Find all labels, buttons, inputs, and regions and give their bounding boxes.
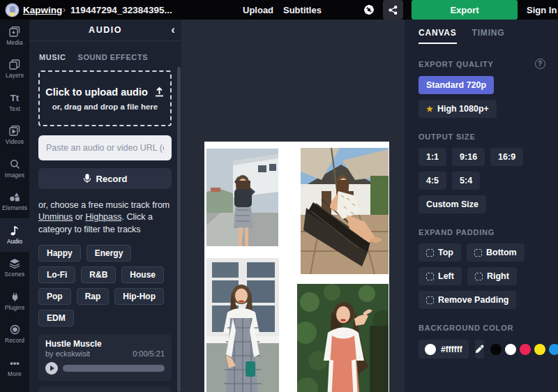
swatch-white[interactable]	[505, 344, 516, 355]
canvas-photo-4[interactable]	[297, 284, 389, 392]
panel-scrollbar[interactable]	[177, 67, 181, 392]
sidebar-item-record[interactable]: Record	[0, 318, 29, 352]
category-energy[interactable]: Energy	[86, 245, 132, 262]
sign-in-button[interactable]: Sign In	[527, 0, 557, 20]
sidebar-item-audio[interactable]: Audio	[0, 218, 29, 252]
padding-top-button[interactable]: Top	[418, 243, 461, 262]
play-icon	[50, 365, 54, 371]
category-house[interactable]: House	[121, 266, 164, 283]
sidebar-item-media[interactable]: Media	[0, 20, 29, 53]
swatch-red[interactable]	[520, 344, 531, 355]
settings-gear-icon[interactable]	[363, 0, 375, 20]
remove-padding-button[interactable]: Remove Padding	[418, 291, 516, 309]
upload-arrow-icon	[154, 86, 165, 97]
sidebar-item-elements[interactable]: Elements	[0, 186, 29, 219]
color-swatches	[490, 344, 558, 355]
sidebar-item-layers[interactable]: Layers	[0, 53, 29, 86]
audio-tabs: MUSIC SOUND EFFECTS	[39, 53, 172, 61]
quality-standard-720p-button[interactable]: Standard 720p	[418, 76, 494, 94]
background-color-controls: #ffffff	[418, 340, 545, 359]
current-color-hex: #ffffff	[441, 345, 462, 354]
sidebar-item-more[interactable]: ••• More	[0, 351, 29, 384]
breadcrumb-separator: ›	[63, 0, 66, 20]
swatch-yellow[interactable]	[534, 344, 545, 355]
project-title[interactable]: 119447294_32384395...	[70, 0, 172, 20]
music-category-filters: Happy Energy Lo-Fi R&B House Pop Rap Hip…	[38, 245, 172, 326]
category-pop[interactable]: Pop	[38, 288, 71, 305]
sidebar-item-videos[interactable]: Videos	[0, 119, 29, 153]
music-track-list: Hustle Muscle by eckskwisit 0:00/5:21 Mi…	[38, 334, 172, 392]
tab-canvas[interactable]: CANVAS	[418, 28, 457, 44]
dashed-square-icon	[426, 296, 434, 304]
more-dots-icon: •••	[10, 358, 20, 368]
highpass-link[interactable]: Highpass	[85, 212, 121, 222]
tool-sidebar: Media Layers Tt Text Videos Images Eleme…	[0, 20, 29, 392]
top-bar: Kapwing › 119447294_32384395... Upload S…	[0, 0, 558, 20]
swatch-black[interactable]	[490, 344, 502, 355]
expand-padding-options: Top Bottom Left Right Remove Padding	[418, 243, 545, 309]
sidebar-item-label: Media	[6, 39, 23, 46]
ratio-16-9-button[interactable]: 16:9	[490, 148, 523, 166]
collapse-panel-icon[interactable]: ‹	[171, 22, 175, 38]
padding-bottom-button[interactable]: Bottom	[467, 243, 525, 262]
canvas-photo-3[interactable]	[206, 258, 279, 392]
export-button[interactable]: Export	[412, 0, 518, 20]
video-canvas[interactable]	[204, 142, 389, 392]
sidebar-item-label: Elements	[2, 204, 27, 211]
tab-sound-effects[interactable]: SOUND EFFECTS	[77, 53, 148, 61]
tab-timing[interactable]: TIMING	[472, 28, 505, 44]
layers-icon	[9, 59, 20, 70]
category-happy[interactable]: Happy	[38, 245, 81, 262]
category-hiphop[interactable]: Hip-Hop	[114, 288, 164, 305]
upload-button[interactable]: Upload	[243, 0, 273, 20]
category-edm[interactable]: EDM	[38, 310, 74, 326]
subtitles-button[interactable]: Subtitles	[283, 0, 322, 20]
padding-right-button[interactable]: Right	[467, 267, 517, 285]
brand-link[interactable]: Kapwing	[23, 0, 62, 20]
workspace-avatar[interactable]	[5, 0, 20, 20]
track-card-midpoint[interactable]: Midpoint. by JNGS 0:00/4:00	[38, 386, 172, 392]
quality-high-1080p-button[interactable]: ★ High 1080p+	[418, 100, 497, 118]
sidebar-item-label: Images	[5, 172, 24, 179]
canvas-photo-1[interactable]	[206, 149, 278, 246]
swatch-blue[interactable]	[549, 344, 558, 355]
track-card-hustle-muscle[interactable]: Hustle Muscle by eckskwisit 0:00/5:21	[38, 334, 172, 381]
current-color-button[interactable]: #ffffff	[418, 340, 469, 359]
track-progress-bar[interactable]	[63, 365, 165, 372]
sidebar-item-label: Layers	[6, 72, 24, 79]
ratio-4-5-button[interactable]: 4:5	[418, 172, 446, 190]
category-rnb[interactable]: R&B	[81, 266, 116, 283]
record-audio-button[interactable]: Record	[38, 168, 172, 189]
play-button[interactable]	[45, 362, 58, 375]
sidebar-item-label: Videos	[6, 138, 24, 145]
unminus-link[interactable]: Unminus	[38, 212, 73, 222]
sidebar-item-scenes[interactable]: Scenes	[0, 252, 29, 285]
export-quality-options: Standard 720p ★ High 1080p+	[418, 76, 545, 118]
upload-dropzone-title: Click to upload audio	[45, 86, 148, 98]
help-icon[interactable]: ?	[535, 59, 545, 69]
eyedropper-button[interactable]	[475, 340, 484, 359]
audio-url-input[interactable]	[38, 135, 172, 160]
track-artist: by eckskwisit	[45, 349, 90, 358]
expand-padding-section-label: EXPAND PADDING	[418, 228, 545, 236]
track-title: Hustle Muscle	[45, 339, 165, 349]
upload-audio-dropzone[interactable]: Click to upload audio or, drag and drop …	[38, 70, 172, 126]
sidebar-item-plugins[interactable]: Plugins	[0, 285, 29, 318]
dashed-square-icon	[426, 273, 434, 280]
category-lofi[interactable]: Lo-Fi	[38, 266, 75, 283]
canvas-photo-2[interactable]	[301, 148, 389, 274]
tab-music[interactable]: MUSIC	[39, 53, 66, 61]
audio-panel: AUDIO ‹ MUSIC SOUND EFFECTS Click to upl…	[29, 20, 181, 392]
share-button[interactable]	[383, 0, 403, 20]
sidebar-item-label: Scenes	[5, 271, 25, 278]
sidebar-item-images[interactable]: Images	[0, 152, 29, 186]
category-rap[interactable]: Rap	[77, 288, 110, 305]
editor-workspace[interactable]	[181, 20, 405, 392]
padding-left-button[interactable]: Left	[418, 267, 462, 285]
sidebar-item-text[interactable]: Tt Text	[0, 86, 29, 119]
output-size-section-label: OUTPUT SIZE	[418, 133, 545, 141]
custom-size-button[interactable]: Custom Size	[418, 195, 486, 213]
ratio-9-16-button[interactable]: 9:16	[452, 148, 485, 166]
ratio-1-1-button[interactable]: 1:1	[418, 148, 446, 166]
ratio-5-4-button[interactable]: 5:4	[452, 172, 480, 190]
